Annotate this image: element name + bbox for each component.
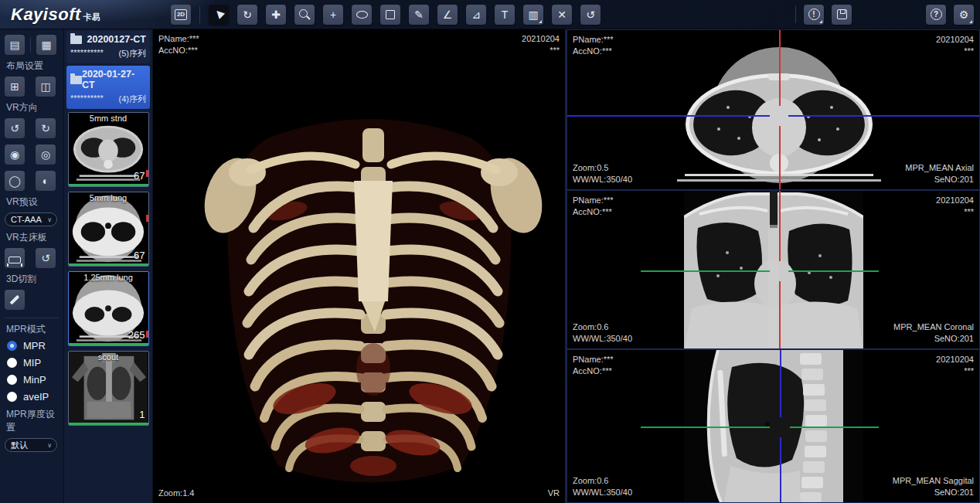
radio-label: aveIP xyxy=(23,391,49,403)
vr-preset-select[interactable]: CT-AAA ∨ xyxy=(5,212,57,226)
crosshair-vertical-blue[interactable] xyxy=(780,437,781,502)
sagittal-viewport[interactable]: PName:*** AccNO:*** 20210204 *** Zoom:0.… xyxy=(567,349,980,503)
crosshair-horizontal-green[interactable] xyxy=(641,427,770,428)
remove-bed-button[interactable] xyxy=(5,248,25,268)
study-patient-masked: ********** xyxy=(70,93,104,105)
crosshair-horizontal-blue[interactable] xyxy=(788,115,979,117)
layout-split-button[interactable]: ◫ xyxy=(36,76,56,97)
save-button[interactable] xyxy=(832,5,852,25)
study-series-count: (4)序列 xyxy=(119,93,146,105)
study-title: 20200127-CT xyxy=(87,34,146,45)
thumbnail-image-count: 1 xyxy=(139,409,145,420)
toolbar-separator xyxy=(199,6,200,23)
crosshair-horizontal-green[interactable] xyxy=(788,270,879,272)
masked-text: *** xyxy=(936,365,974,377)
reset-view-button[interactable]: ↺ xyxy=(580,5,601,25)
coronal-viewport[interactable]: PName:*** AccNO:*** 20210204 *** Zoom:0.… xyxy=(567,190,980,349)
vr-preset-value: CT-AAA xyxy=(11,215,42,224)
radio-minp[interactable]: MinP xyxy=(7,374,59,386)
vr-bottom-view-button[interactable]: ◐ xyxy=(36,171,56,191)
angle-measure-button[interactable]: ∠ xyxy=(437,5,458,25)
crosshair-vertical-red[interactable] xyxy=(779,126,781,189)
help-button[interactable]: ? xyxy=(926,5,946,25)
coronal-overlay-bottom-left: Zoom:0.6 WW/WL:350/40 xyxy=(573,321,632,345)
thumbnail-label: 5mm lung xyxy=(69,193,148,202)
close-icon: ✕ xyxy=(557,9,567,20)
rotate-3d-button[interactable]: ↻ xyxy=(237,5,257,25)
zoom-in-button[interactable] xyxy=(294,5,315,25)
radio-button-icon xyxy=(7,392,17,402)
crosshair-vertical-red[interactable] xyxy=(779,30,781,106)
crosshair-icon: + xyxy=(330,9,336,20)
radio-mip[interactable]: MIP xyxy=(7,357,59,369)
view-type-text: MPR_MEAN Coronal xyxy=(893,321,974,333)
tool-group-far-right: ? ⚙ xyxy=(926,5,974,25)
radio-mpr[interactable]: MPR xyxy=(7,340,59,352)
cobb-angle-button[interactable]: ⊿ xyxy=(466,5,486,25)
delete-annotation-button[interactable]: ✕ xyxy=(552,5,572,25)
pan-icon: ✚ xyxy=(271,9,281,20)
remove-bed-label: VR去床板 xyxy=(6,231,59,244)
pointer-tool-button[interactable]: ▶ xyxy=(209,5,229,25)
head-rotate-left-icon: ↺ xyxy=(10,122,19,134)
2d-icon: 2D xyxy=(175,9,187,20)
top-toolbar: Kayisoft 卡易 2D ▶ ↻ ✚ + ✎ ∠ ⊿ T ▥ ✕ ↺ ! xyxy=(0,0,980,29)
remove-bed-reset-button[interactable]: ↺ xyxy=(36,248,56,268)
2d-view-button[interactable]: 2D xyxy=(171,5,191,25)
series-number-text: SeNO:201 xyxy=(893,487,974,498)
radio-label: MIP xyxy=(23,357,41,369)
radio-aveip[interactable]: aveIP xyxy=(7,391,59,403)
zoom-factor-text: Zoom:0.6 xyxy=(573,321,632,333)
vr-rotate-right-button[interactable]: ↻ xyxy=(36,118,56,138)
bed-icon xyxy=(9,257,21,263)
text-annotation-button[interactable]: T xyxy=(495,5,515,25)
3d-cut-button[interactable] xyxy=(5,290,25,310)
mpr-thickness-select[interactable]: 默认 ∨ xyxy=(5,438,57,452)
layout-grid-icon: ⊞ xyxy=(10,80,19,93)
vr-direction-label: VR方向 xyxy=(6,101,59,114)
thumbnail-image-count: 67 xyxy=(134,250,145,261)
study-item-1[interactable]: 20200127-CT ********** (5)序列 xyxy=(66,31,150,63)
masked-text: *** xyxy=(936,206,974,218)
length-measure-button[interactable]: ✎ xyxy=(409,5,429,25)
series-thumbnail-scout[interactable]: scout 1 xyxy=(68,351,149,426)
axial-viewport[interactable]: PName:*** AccNO:*** 20210204 *** Zoom:0.… xyxy=(567,29,980,190)
cobb-angle-icon: ⊿ xyxy=(471,9,481,20)
vr-top-view-button[interactable]: ◯ xyxy=(5,171,25,191)
crosshair-horizontal-blue[interactable] xyxy=(567,115,770,117)
crosshair-horizontal-green[interactable] xyxy=(790,427,879,428)
left-sidebar: ▤ ▦ 布局设置 ⊞ ◫ VR方向 ↺ ↻ ◉ ◎ ◯ ◐ VR预设 CT-AA… xyxy=(0,29,64,503)
app-logo: Kayisoft 卡易 xyxy=(0,5,158,25)
crosshair-vertical-red[interactable] xyxy=(779,281,781,348)
mpr-mode-label: MPR模式 xyxy=(6,323,59,336)
coronal-ct-image xyxy=(684,191,863,348)
series-thumbnail-5mm-lung[interactable]: 5mm lung 67 xyxy=(68,192,149,267)
series-thumbnail-5mm-stnd[interactable]: 5mm stnd 67 xyxy=(68,112,149,187)
pan-tool-button[interactable]: ✚ xyxy=(266,5,286,25)
ellipse-roi-button[interactable] xyxy=(352,5,372,25)
crosshair-horizontal-green[interactable] xyxy=(641,270,770,272)
vr-front-view-button[interactable]: ◉ xyxy=(5,144,25,165)
window-level-button[interactable]: ▥ xyxy=(523,5,543,25)
crosshair-vertical-blue[interactable] xyxy=(780,350,781,417)
crosshair-tool-button[interactable]: + xyxy=(323,5,343,25)
vr-back-view-button[interactable]: ◎ xyxy=(36,144,56,165)
thumbnail-image-count: 265 xyxy=(128,329,145,341)
series-panel: 20200127-CT ********** (5)序列 2020-01-27-… xyxy=(64,29,153,503)
report-panel-button[interactable]: ▦ xyxy=(36,35,56,55)
series-panel-toggle-button[interactable]: ▤ xyxy=(5,35,25,55)
vr-viewport[interactable]: PName:*** AccNO:*** 20210204 *** Zoom:1.… xyxy=(153,29,567,503)
study-patient-masked: ********** xyxy=(70,48,104,59)
layout-grid-button[interactable]: ⊞ xyxy=(5,76,25,97)
settings-button[interactable]: ⚙ xyxy=(954,5,974,25)
series-thumbnail-125mm-lung[interactable]: 1.25mm lung 265 xyxy=(68,271,149,346)
mpr-column: PName:*** AccNO:*** 20210204 *** Zoom:0.… xyxy=(567,29,980,503)
study-item-2-selected[interactable]: 2020-01-27-CT ********** (4)序列 xyxy=(66,66,150,109)
rect-roi-button[interactable] xyxy=(380,5,400,25)
crosshair-vertical-red[interactable] xyxy=(779,191,781,261)
thumbnail-label: 1.25mm lung xyxy=(69,273,148,282)
info-button[interactable]: ! xyxy=(804,5,824,25)
report-icon: ▦ xyxy=(41,39,51,51)
vr-rotate-left-button[interactable]: ↺ xyxy=(5,118,25,138)
radio-label: MPR xyxy=(23,340,46,352)
